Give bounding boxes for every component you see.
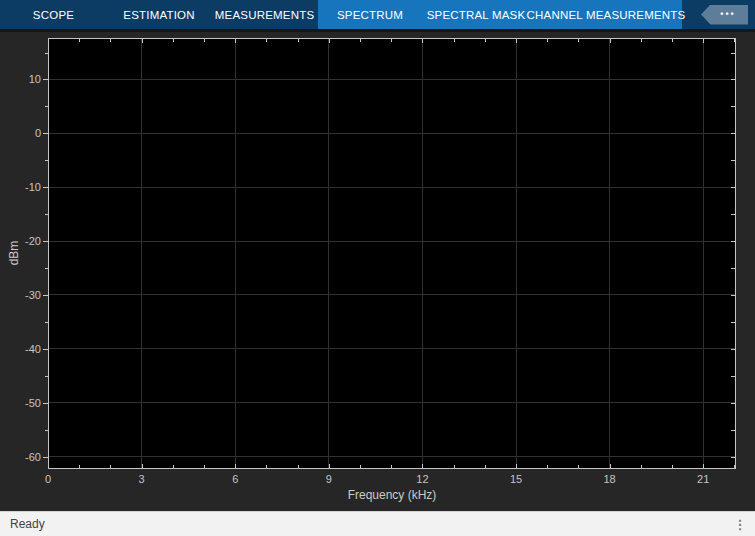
x-tick-label-15: 15 xyxy=(510,473,522,485)
x-tick-top xyxy=(235,39,236,43)
toolstrip-collapse-button[interactable]: ••• xyxy=(701,5,748,25)
x-tick-bottom xyxy=(641,465,642,468)
y-tick-left xyxy=(43,241,48,242)
tab-scope[interactable]: SCOPE xyxy=(0,0,107,29)
y-tick-left xyxy=(43,133,48,134)
y-tick-right xyxy=(731,106,735,107)
gridline-y--40 xyxy=(49,348,735,349)
y-axis-title: dBm xyxy=(7,233,21,273)
tab-estimation[interactable]: ESTIMATION xyxy=(107,0,211,29)
x-tick-bottom xyxy=(454,465,455,468)
y-tick-left xyxy=(45,376,48,377)
y-tick-left xyxy=(43,295,48,296)
toolstrip-spacer: ••• xyxy=(682,0,755,29)
y-tick-label--30: -30 xyxy=(0,289,41,301)
status-text: Ready xyxy=(0,517,725,531)
y-tick-right xyxy=(731,268,735,269)
gridline-x-9 xyxy=(328,39,329,468)
y-tick-left xyxy=(43,79,48,80)
y-tick-label--10: -10 xyxy=(0,181,41,193)
x-tick-label-12: 12 xyxy=(416,473,428,485)
y-tick-left xyxy=(45,53,48,54)
toolstrip: SCOPEESTIMATIONMEASUREMENTSSPECTRUMSPECT… xyxy=(0,0,755,29)
y-tick-right xyxy=(731,376,735,377)
gridline-y--20 xyxy=(49,241,735,242)
y-tick-right xyxy=(731,349,735,350)
gridline-x-6 xyxy=(235,39,236,468)
y-tick-left xyxy=(43,349,48,350)
y-tick-right xyxy=(731,457,735,458)
x-tick-bottom xyxy=(110,465,111,468)
statusbar-menu-grip[interactable]: ⋮ xyxy=(725,518,755,531)
y-tick-left xyxy=(45,268,48,269)
x-tick-bottom xyxy=(391,465,392,468)
x-tick-top xyxy=(422,39,423,43)
tab-spectrum[interactable]: SPECTRUM xyxy=(318,0,422,29)
y-tick-right xyxy=(731,133,735,134)
x-tick-bottom xyxy=(485,465,486,468)
x-tick-top xyxy=(391,39,392,42)
x-tick-bottom xyxy=(329,464,330,468)
x-tick-top xyxy=(641,39,642,42)
x-tick-top xyxy=(703,39,704,43)
y-tick-label-10: 10 xyxy=(0,73,41,85)
tab-channel-measurements[interactable]: CHANNEL MEASUREMENTS xyxy=(530,0,682,29)
gridline-y--10 xyxy=(49,187,735,188)
y-tick-right xyxy=(731,53,735,54)
x-tick-top xyxy=(454,39,455,42)
y-tick-right xyxy=(731,79,735,80)
x-tick-top xyxy=(329,39,330,43)
gridline-y--30 xyxy=(49,294,735,295)
x-tick-label-21: 21 xyxy=(697,473,709,485)
x-tick-label-6: 6 xyxy=(232,473,238,485)
x-tick-bottom xyxy=(79,465,80,468)
tab-measurements[interactable]: MEASUREMENTS xyxy=(211,0,318,29)
gridline-x-15 xyxy=(516,39,517,468)
x-tick-bottom xyxy=(610,464,611,468)
x-tick-bottom xyxy=(360,465,361,468)
y-tick-left xyxy=(45,160,48,161)
x-tick-top xyxy=(204,39,205,42)
x-tick-top xyxy=(360,39,361,42)
status-bar: Ready ⋮ xyxy=(0,511,755,536)
gridline-x-3 xyxy=(141,39,142,468)
x-tick-bottom xyxy=(703,464,704,468)
y-tick-right xyxy=(731,214,735,215)
x-tick-bottom xyxy=(516,464,517,468)
y-tick-right xyxy=(731,295,735,296)
x-tick-top xyxy=(110,39,111,42)
y-tick-right xyxy=(731,241,735,242)
x-tick-label-9: 9 xyxy=(326,473,332,485)
gridline-x-21 xyxy=(703,39,704,468)
y-tick-right xyxy=(731,403,735,404)
x-tick-top xyxy=(610,39,611,43)
x-tick-bottom xyxy=(173,465,174,468)
y-tick-left xyxy=(45,106,48,107)
x-tick-top xyxy=(266,39,267,42)
x-tick-bottom xyxy=(298,465,299,468)
y-tick-label--50: -50 xyxy=(0,397,41,409)
x-tick-bottom xyxy=(235,464,236,468)
x-tick-label-3: 3 xyxy=(139,473,145,485)
x-tick-bottom xyxy=(142,464,143,468)
gridline-y--60 xyxy=(49,456,735,457)
x-tick-top xyxy=(578,39,579,42)
ellipsis-icon: ••• xyxy=(713,10,735,19)
plot-canvas[interactable] xyxy=(48,38,736,469)
y-tick-left xyxy=(45,430,48,431)
gridline-x-18 xyxy=(609,39,610,468)
x-tick-bottom xyxy=(266,465,267,468)
gridline-y-0 xyxy=(49,133,735,134)
x-tick-top xyxy=(298,39,299,42)
y-tick-right xyxy=(731,160,735,161)
tab-spectral-mask[interactable]: SPECTRAL MASK xyxy=(422,0,530,29)
x-tick-top xyxy=(547,39,548,42)
y-tick-label--60: -60 xyxy=(0,451,41,463)
x-tick-top xyxy=(79,39,80,42)
y-tick-left xyxy=(43,403,48,404)
spectrum-analyzer-window: SCOPEESTIMATIONMEASUREMENTSSPECTRUMSPECT… xyxy=(0,0,755,536)
x-tick-bottom xyxy=(578,465,579,468)
x-tick-label-18: 18 xyxy=(604,473,616,485)
x-tick-top xyxy=(672,39,673,42)
y-tick-label--40: -40 xyxy=(0,343,41,355)
